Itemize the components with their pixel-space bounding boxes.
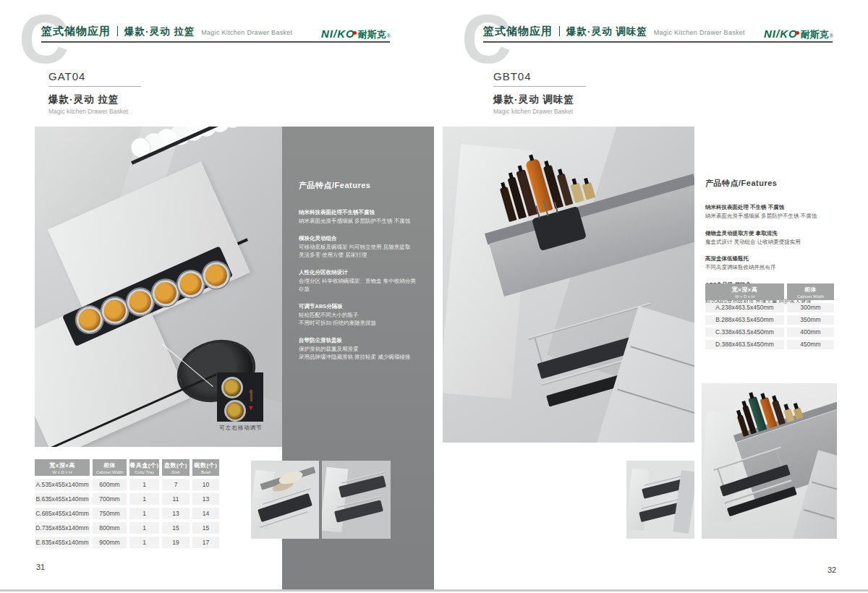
product-code-rule — [48, 86, 141, 87]
page-number-right: 32 — [827, 566, 836, 574]
registered-mark: ® — [830, 33, 833, 38]
watermark-letter: C — [461, 4, 511, 74]
feature-heading: 人性化分区收纳设计 — [299, 268, 421, 277]
product-code: GBT04 — [493, 70, 586, 82]
cabinet-door-shape — [626, 469, 649, 531]
adjustment-inset-photo: ▲ ▼ — [217, 372, 263, 422]
section-title: 篮式储物应用 — [41, 25, 111, 38]
features-block-left: 产品特点/Features 纳米科技表面处理不生锈不腐蚀 纳米表面光滑手感细腻 … — [282, 127, 434, 362]
header-divider — [117, 26, 118, 36]
bowl-shape — [199, 258, 234, 293]
table-cell: 750mm — [93, 508, 127, 519]
product-name-cn: 爆款·灵动 调味篮 — [493, 93, 586, 106]
feature-heading: 可调节ABS分隔板 — [299, 302, 421, 311]
feature-line: 保护滑轨的载重及顺滑度 — [299, 345, 421, 354]
rolled-towels-shape — [278, 469, 305, 487]
column-header: 宽x深x高W x D x H — [35, 459, 90, 476]
table-cell: 13 — [192, 493, 219, 505]
table-cell: 600mm — [93, 479, 127, 490]
product-name-en: Magic kitchen Drawer Basket — [48, 108, 141, 115]
table-cell: 1 — [129, 537, 159, 548]
spice-jar-shape — [793, 407, 804, 419]
brand-logo-latin: NI/KO — [764, 27, 798, 40]
column-header: 餐具盒(个)Cutly Tray — [129, 459, 159, 476]
table-header-row: 宽x深x高W x D x H 柜体Cabinet Width — [705, 283, 834, 300]
table-cell: 15 — [162, 522, 190, 534]
table-row: C.685x455x140mm 750mm 1 13 14 — [35, 508, 219, 519]
basket-post — [535, 338, 543, 364]
spec-table-right: 宽x深x高W x D x H 柜体Cabinet Width A.238x463… — [705, 283, 834, 352]
feature-line: 灵活多变 使用方便 居家打理 — [299, 251, 421, 260]
feature-heading: 自带防尘滑轨盖板 — [299, 336, 421, 345]
column-header: 碗数(个)Bowl — [192, 459, 219, 476]
feature-line: 纳米表面光滑手感细腻 多层防护不生锈 不腐蚀 — [705, 212, 843, 221]
header-rule — [483, 41, 833, 43]
brand-logo: NI/KO 耐斯克 ® — [321, 27, 391, 41]
main-product-photo-drawer-basket: ▲ ▼ 可左右移动调节 — [35, 127, 282, 447]
drawer-seam — [617, 389, 694, 416]
table-row: D.388x463.5x450mm 450mm — [705, 340, 834, 349]
table-cell: 1 — [129, 493, 159, 505]
table-cell: 19 — [162, 537, 190, 548]
feature-heading: 储物盒灵动提取方便 拿取清洗 — [705, 229, 843, 238]
feature-group: 人性化分区收纳设计 合理分区 科学收纳碗碟架、置物盒 集中收纳分类存放 — [299, 268, 421, 294]
column-header: 盘数(个)Dish — [162, 459, 190, 476]
inset-bowl-shape — [221, 377, 243, 398]
table-row: B.635x455x140mm 700mm 1 11 13 — [35, 493, 219, 505]
table-header-row: 宽x深x高W x D x H 柜体Cabinet Width 餐具盒(个)Cut… — [35, 459, 219, 476]
column-header: 宽x深x高W x D x H — [705, 283, 784, 300]
feature-heading: 纳米科技表面处理不生锈不腐蚀 — [299, 208, 421, 217]
table-row: B.288x463.5x450mm 350mm — [705, 315, 834, 325]
table-cell: 17 — [192, 537, 219, 548]
table-cell: C.685x455x140mm — [35, 508, 90, 519]
table-cell: A.535x455x140mm — [35, 479, 90, 490]
table-cell: 900mm — [93, 537, 127, 548]
feature-heading: 模块化灵动组合 — [299, 234, 421, 243]
cabinet-panel-shape — [673, 470, 694, 534]
series-title: 爆款·灵动 拉篮 — [124, 25, 195, 38]
watermark-letter: C — [19, 4, 69, 74]
feature-line: 合理分区 科学收纳碗碟架、置物盒 集中收纳分类存放 — [299, 277, 421, 294]
thumbnail-photo-basket — [626, 461, 694, 539]
catalog-spread: C 篮式储物应用 爆款·灵动 拉篮 Magic Kitchen Drawer B… — [0, 0, 868, 593]
feature-line: 轻松匹配不同大小的瓶子 — [299, 311, 421, 320]
product-title-block-left: GAT04 爆款·灵动 拉篮 Magic kitchen Drawer Bask… — [48, 70, 141, 115]
feature-line: 纳米表面光滑手感细腻 多层防护不生锈 不腐蚀 — [299, 217, 421, 226]
table-cell: 300mm — [787, 303, 834, 312]
product-code-rule — [493, 86, 586, 87]
features-title: 产品特点/Features — [705, 178, 843, 189]
header-divider — [559, 26, 560, 36]
feature-group: 可调节ABS分隔板 轻松匹配不同大小的瓶子 不用时可拆卸 拒绝约束随意摆放 — [299, 302, 421, 328]
photo-countertop-spice-basket — [702, 383, 837, 539]
feature-group: 模块化灵动组合 可移动底板及碗碟架 均可独立使用 且随意提取 灵活多变 使用方便… — [299, 234, 421, 260]
feature-group: 高深盒体低矮瓶托 不同高度调味瓶收纳井然有序 — [705, 255, 843, 272]
table-cell: B.635x455x140mm — [35, 493, 90, 505]
brand-logo-cn: 耐斯克 — [358, 28, 386, 41]
feature-group: 储物盒灵动提取方便 拿取清洗 魔盒式设计 灵动组合 让收纳更便捷实用 — [705, 229, 843, 247]
table-cell: 15 — [192, 522, 219, 534]
table-row: A.238x463.5x450mm 300mm — [705, 303, 834, 312]
table-cell: A.238x463.5x450mm — [705, 303, 784, 312]
product-name-en: Magic kitchen Drawer Basket — [493, 108, 586, 115]
series-title-en: Magic Kitchen Drawer Basket — [654, 29, 745, 36]
main-product-photo-spice-basket — [443, 127, 694, 443]
feature-group: 纳米科技表面处理不生锈不腐蚀 纳米表面光滑手感细腻 多层防护不生锈 不腐蚀 — [299, 208, 421, 226]
header-rule — [41, 41, 390, 43]
spice-jar-shape — [582, 182, 596, 200]
table-row: C.338x463.5x450mm 400mm — [705, 328, 834, 337]
column-header: 柜体Cabinet Width — [787, 283, 834, 300]
basket-post — [717, 469, 723, 487]
table-cell: D.735x455x140mm — [35, 522, 90, 534]
table-cell: 11 — [162, 493, 190, 505]
table-cell: 400mm — [787, 328, 834, 337]
series-title-en: Magic Kitchen Drawer Basket — [201, 29, 292, 36]
table-cell: 700mm — [93, 493, 127, 505]
feature-line: 可移动底板及碗碟架 均可独立使用 且随意提取 — [299, 243, 421, 252]
product-title-block-right: GBT04 爆款·灵动 调味篮 Magic kitchen Drawer Bas… — [493, 70, 586, 115]
feature-line: 采用品牌缓冲隐藏滑轨 推拉轻柔 减少碗碟碰撞 — [299, 353, 421, 362]
table-cell: C.338x463.5x450mm — [705, 328, 784, 337]
table-cell: 1 — [129, 508, 159, 519]
feature-group: 纳米科技表面处理 不生锈 不腐蚀 纳米表面光滑手感细腻 多层防护不生锈 不腐蚀 — [705, 203, 843, 221]
spec-table-left: 宽x深x高W x D x H 柜体Cabinet Width 餐具盒(个)Cut… — [35, 459, 219, 551]
table-cell: 800mm — [93, 522, 127, 534]
